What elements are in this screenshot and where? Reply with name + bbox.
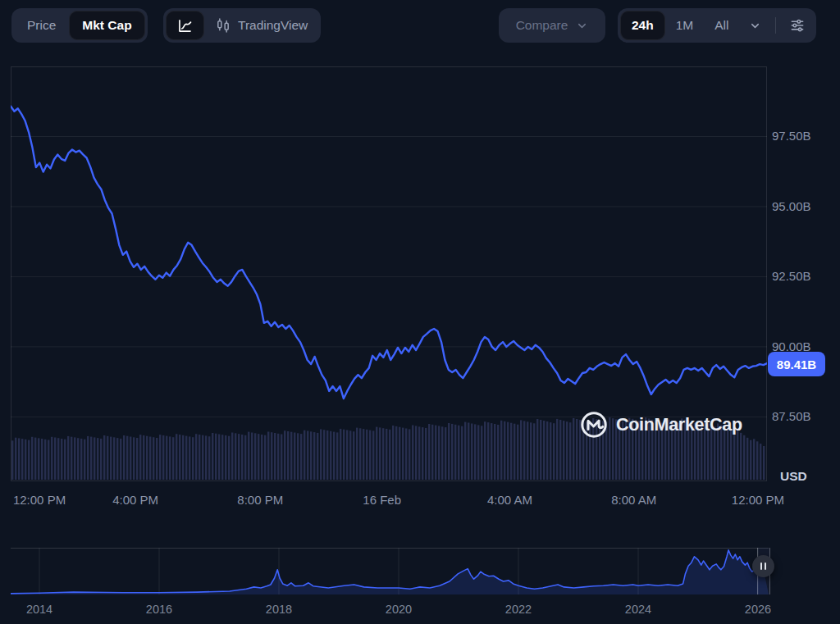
x-axis-label: 4:00 AM bbox=[487, 493, 532, 507]
currency-unit-label: USD bbox=[780, 469, 807, 484]
navigator-year-label: 2018 bbox=[266, 603, 292, 616]
navigator-year-label: 2014 bbox=[26, 603, 52, 616]
chevron-down-icon bbox=[749, 20, 761, 32]
tradingview-label: TradingView bbox=[238, 18, 308, 33]
chevron-down-icon bbox=[576, 20, 588, 32]
navigator-year-label: 2020 bbox=[386, 603, 412, 616]
sliders-icon bbox=[789, 17, 806, 34]
navigator-handle[interactable] bbox=[752, 555, 774, 577]
last-price-badge: 89.41B bbox=[768, 352, 825, 376]
compare-button[interactable]: Compare bbox=[499, 8, 605, 43]
x-axis-label: 4:00 PM bbox=[112, 493, 158, 507]
y-axis-label: 87.50B bbox=[772, 409, 811, 423]
chart-type-toggle: TradingView bbox=[163, 8, 321, 43]
navigator-year-label: 2026 bbox=[745, 603, 771, 616]
range-navigator-chart[interactable] bbox=[11, 548, 769, 594]
x-axis-label: 12:00 PM bbox=[732, 493, 784, 507]
tab-mkt-cap[interactable]: Mkt Cap bbox=[69, 11, 144, 40]
range-all-button[interactable]: All bbox=[704, 11, 739, 40]
y-axis-label: 97.50B bbox=[772, 129, 811, 143]
compare-label: Compare bbox=[516, 18, 568, 33]
coinmarketcap-watermark: CoinMarketCap bbox=[579, 410, 742, 440]
navigator-year-label: 2016 bbox=[146, 603, 172, 616]
line-chart-type-button[interactable] bbox=[166, 11, 204, 40]
range-1m-button[interactable]: 1M bbox=[665, 11, 705, 40]
navigator-year-label: 2024 bbox=[625, 603, 651, 616]
candlestick-icon bbox=[215, 17, 231, 34]
tab-price[interactable]: Price bbox=[14, 11, 69, 40]
x-axis-label: 8:00 AM bbox=[611, 493, 656, 507]
x-axis-label: 16 Feb bbox=[363, 493, 401, 507]
range-toggle: 24h 1M All bbox=[618, 8, 816, 43]
x-axis-label: 12:00 PM bbox=[13, 493, 66, 507]
x-axis-label: 8:00 PM bbox=[237, 493, 283, 507]
line-chart-icon bbox=[176, 17, 194, 34]
coinmarketcap-logo-icon bbox=[579, 410, 609, 440]
toolbar-divider bbox=[775, 17, 776, 34]
y-axis-label: 95.00B bbox=[772, 199, 811, 213]
market-cap-chart-page: Price Mkt Cap TradingView Compare 24h 1M… bbox=[0, 0, 840, 624]
y-axis-label: 92.50B bbox=[772, 269, 811, 283]
metric-toggle: Price Mkt Cap bbox=[11, 8, 148, 43]
range-24h-button[interactable]: 24h bbox=[620, 11, 665, 40]
navigator-year-label: 2022 bbox=[505, 603, 532, 616]
chart-settings-button[interactable] bbox=[781, 11, 814, 40]
tradingview-chart-type-button[interactable]: TradingView bbox=[204, 11, 318, 40]
range-more-button[interactable] bbox=[740, 11, 770, 40]
watermark-brand-label: CoinMarketCap bbox=[616, 415, 742, 435]
